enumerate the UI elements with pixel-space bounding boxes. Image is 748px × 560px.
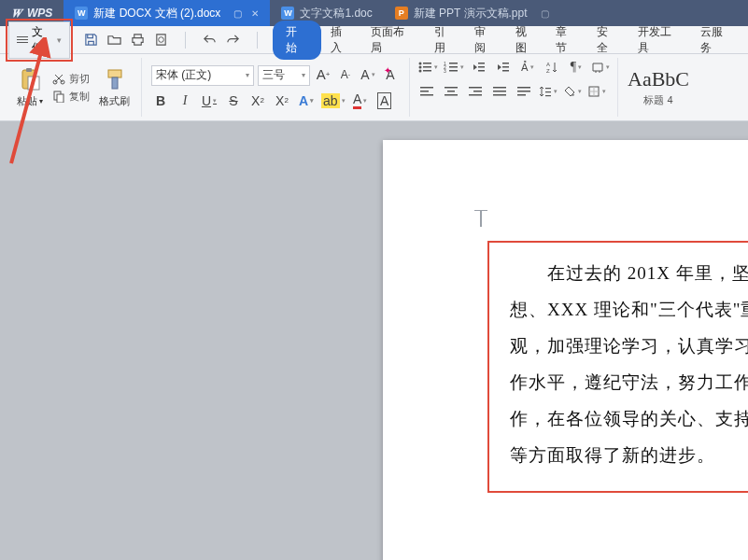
format-painter-label: 格式刷 [99, 94, 130, 108]
svg-rect-9 [112, 77, 118, 89]
superscript-button[interactable]: X2 [248, 91, 267, 110]
svg-rect-34 [447, 91, 455, 92]
numbering-button[interactable]: 123▾ [444, 58, 464, 77]
bullets-button[interactable]: ▾ [417, 58, 438, 77]
copy-button[interactable]: 复制 [52, 90, 90, 104]
ribbon-tab-review[interactable]: 审阅 [465, 20, 506, 61]
align-left-button[interactable] [417, 82, 436, 101]
print-icon[interactable] [131, 33, 145, 47]
font-family-combo[interactable]: 宋体 (正文) ▾ [151, 65, 254, 86]
align-right-button[interactable] [466, 82, 485, 101]
svg-rect-23 [478, 66, 485, 68]
subscript-button[interactable]: X2 [273, 91, 291, 110]
svg-rect-33 [445, 87, 458, 89]
ppt-file-icon: P [395, 7, 408, 20]
ribbon-tab-cloud[interactable]: 云服务 [691, 20, 742, 61]
svg-rect-8 [108, 70, 121, 77]
tab-stops-button[interactable]: ▾ [591, 58, 610, 77]
style-gallery[interactable]: AaBbC 标题 4 [618, 58, 699, 117]
shading-button[interactable]: ▾ [563, 82, 582, 101]
font-size-combo[interactable]: 三号 ▾ [258, 65, 310, 86]
svg-rect-37 [473, 91, 482, 92]
ribbon-tab-section[interactable]: 章节 [546, 20, 587, 61]
document-page[interactable]: 在过去的 201X 年里，坚持 想、XXX 理论和"三个代表"重 观，加强理论学… [383, 140, 748, 560]
document-viewport[interactable]: 在过去的 201X 年里，坚持 想、XXX 理论和"三个代表"重 观，加强理论学… [0, 121, 748, 560]
svg-text:3: 3 [444, 68, 446, 74]
svg-rect-45 [545, 88, 551, 89]
ribbon-tab-insert[interactable]: 插入 [321, 20, 362, 61]
format-painter-button[interactable]: 格式刷 [93, 65, 135, 110]
align-center-button[interactable] [442, 82, 460, 101]
increase-font-button[interactable]: A+ [314, 65, 332, 84]
tab-detach-icon[interactable]: ▢ [541, 8, 549, 19]
cut-label: 剪切 [69, 72, 90, 86]
underline-button[interactable]: U▾ [200, 91, 219, 110]
ribbon-tab-view[interactable]: 视图 [506, 20, 547, 61]
svg-rect-30 [420, 87, 433, 89]
font-color-button[interactable]: A▾ [351, 91, 370, 110]
ribbon-tab-developer[interactable]: 开发工具 [628, 20, 691, 61]
ribbon-tab-security[interactable]: 安全 [587, 20, 628, 61]
redo-icon[interactable] [226, 33, 240, 47]
doc-line: 观，加强理论学习，认真学习 [510, 329, 748, 365]
svg-rect-7 [57, 94, 64, 103]
paste-button[interactable]: 粘贴▾ [11, 65, 49, 110]
doc-line: 等方面取得了新的进步。 [510, 438, 748, 474]
save-icon[interactable] [84, 33, 98, 47]
title-tab-0[interactable]: W 新建 DOCX 文档 (2).docx ▢ ✕ [64, 0, 270, 26]
sort-button[interactable]: AZ [543, 58, 561, 77]
svg-rect-11 [423, 63, 431, 64]
svg-rect-27 [502, 70, 509, 72]
undo-icon[interactable] [203, 33, 217, 47]
copy-label: 复制 [69, 90, 90, 104]
cut-button[interactable]: 剪切 [52, 72, 90, 86]
borders-button[interactable]: ▾ [587, 82, 606, 101]
change-case-button[interactable]: A▾ [359, 65, 377, 84]
tab-label: 新建 DOCX 文档 (2).docx [93, 6, 220, 21]
svg-rect-19 [449, 66, 458, 68]
clear-format-button[interactable]: A✦ [381, 65, 400, 84]
decrease-font-button[interactable]: A- [336, 65, 355, 84]
chevron-down-icon: ▾ [39, 97, 43, 105]
asian-layout-button[interactable]: A̽▾ [518, 58, 537, 77]
ribbon-tab-references[interactable]: 引用 [425, 20, 466, 61]
svg-point-0 [159, 37, 164, 43]
decrease-indent-button[interactable] [470, 58, 488, 77]
increase-indent-button[interactable] [494, 58, 513, 77]
align-distribute-button[interactable] [515, 82, 533, 101]
ruler-indent-marker[interactable] [480, 210, 482, 227]
italic-button[interactable]: I [176, 91, 194, 110]
svg-rect-43 [517, 91, 530, 92]
align-justify-button[interactable] [490, 82, 509, 101]
highlight-button[interactable]: ab▾ [321, 91, 346, 110]
print-preview-icon[interactable] [154, 33, 168, 47]
separator [257, 32, 258, 49]
ribbon-tab-page-layout[interactable]: 页面布局 [361, 20, 424, 61]
paste-label: 粘贴 [17, 94, 37, 108]
chevron-down-icon: ▾ [57, 35, 62, 45]
line-spacing-button[interactable]: ▾ [539, 82, 557, 101]
strikethrough-button[interactable]: S [224, 91, 243, 110]
tab-detach-icon[interactable]: ▢ [233, 8, 242, 19]
svg-rect-17 [449, 63, 458, 64]
font-size-value: 三号 [262, 67, 285, 83]
svg-point-10 [419, 63, 422, 65]
svg-rect-41 [493, 94, 506, 96]
file-menu-button[interactable]: 文件 ▾ [8, 21, 70, 59]
doc-line: 作水平，遵纪守法，努力工作 [510, 365, 748, 401]
word-file-icon: W [75, 7, 88, 20]
paragraph-group: ▾ 123▾ A̽▾ AZ ¶▾ ▾ ▾ ▾ ▾ [410, 58, 618, 117]
bold-button[interactable]: B [151, 91, 170, 110]
document-text-selection[interactable]: 在过去的 201X 年里，坚持 想、XXX 理论和"三个代表"重 观，加强理论学… [487, 241, 748, 493]
paste-icon [18, 67, 42, 91]
chevron-down-icon: ▾ [302, 71, 305, 79]
separator [185, 32, 186, 49]
open-icon[interactable] [107, 33, 121, 47]
ribbon-tab-start[interactable]: 开始 [273, 21, 321, 60]
text-effects-button[interactable]: A▾ [297, 91, 316, 110]
svg-point-12 [419, 66, 422, 69]
svg-rect-35 [445, 94, 458, 96]
tab-close-icon[interactable]: ✕ [251, 8, 259, 19]
character-border-button[interactable]: A [375, 91, 394, 110]
show-marks-button[interactable]: ¶▾ [567, 58, 586, 77]
